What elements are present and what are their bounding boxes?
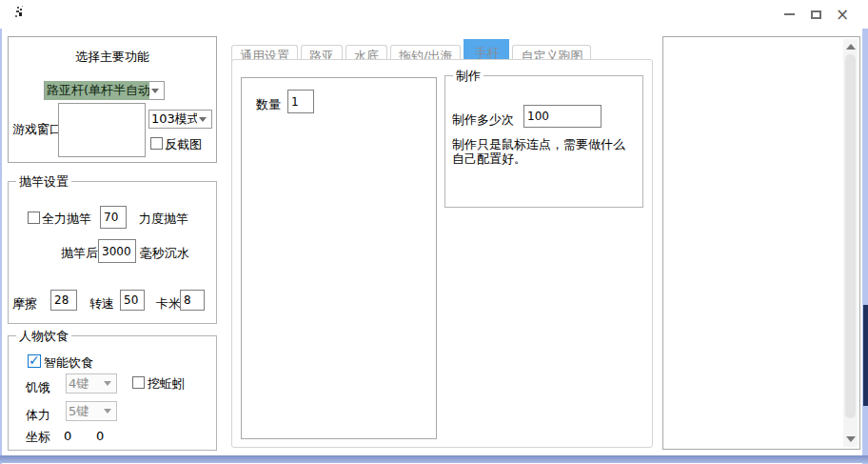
diet-group: 人物饮食 智能饮食 饥饿 4键 挖蚯蚓 体力 5键 坐标 0 0 [8,335,217,451]
mode-dropdown-value: 103模式 [149,110,197,129]
quantity-label: 数量 [256,96,281,113]
smart-diet-checkbox[interactable] [28,354,41,368]
scrollbar-thumb[interactable] [845,54,856,418]
log-scrollbar[interactable] [843,39,858,447]
full-power-cast-label: 全力抛竿 [42,211,91,228]
sink-milliseconds-input[interactable] [98,239,136,263]
stamina-key-dropdown[interactable]: 5键 [66,401,117,421]
kami-label: 卡米 [156,295,181,313]
cast-settings-title: 抛竿设置 [16,173,71,191]
rotation-speed-input[interactable] [120,290,145,311]
chevron-down-icon [104,381,111,386]
smart-diet-label: 智能饮食 [44,354,93,372]
dig-worm-checkbox[interactable] [132,376,145,389]
app-window: × 选择主要功能 路亚杆(单杆半自动 游戏窗口 103模式 反截图 抛竿设置 全… [0,0,868,464]
scrollbar-up-icon[interactable] [846,44,856,50]
coord-y-value: 0 [96,429,104,443]
minimize-button[interactable] [779,5,799,24]
function-panel-title: 选择主要功能 [9,49,216,66]
window-left-border [0,0,2,464]
craft-note-line1: 制作只是鼠标连点，需要做什么 [452,137,625,151]
rod-type-dropdown-value: 路亚杆(单杆半自动 [45,81,149,100]
quantity-box: 数量 [241,77,437,439]
chevron-down-icon [104,409,111,414]
quantity-input[interactable] [287,90,314,113]
after-cast-label: 抛竿后 [61,245,98,262]
cast-settings-group: 抛竿设置 全力抛竿 力度抛竿 抛竿后 毫秒沉水 摩擦 转速 卡米 [8,181,217,324]
chevron-down-icon [151,89,159,93]
craft-group-title: 制作 [453,68,483,85]
minimize-icon [784,13,795,15]
window-bottom-bar [0,455,868,463]
function-panel: 选择主要功能 路亚杆(单杆半自动 游戏窗口 103模式 反截图 [8,36,217,163]
anti-screenshot-checkbox[interactable] [150,137,163,150]
craft-group: 制作 制作多少次 制作只是鼠标连点，需要做什么 自己配置好。 [444,75,643,208]
hunger-label: 饥饿 [26,379,50,396]
craft-count-label: 制作多少次 [452,111,514,129]
game-window-preview-box[interactable] [58,103,146,157]
anti-screenshot-label: 反截图 [165,136,202,153]
stamina-label: 体力 [26,407,50,424]
hunger-key-value: 4键 [67,374,102,393]
scrollbar-down-icon[interactable] [846,436,856,442]
sink-milliseconds-label: 毫秒沉水 [140,245,189,262]
rotation-speed-label: 转速 [89,295,114,313]
kami-input[interactable] [180,290,205,311]
maximize-button[interactable] [805,5,826,24]
close-button[interactable]: × [832,5,853,24]
titlebar: × [0,0,868,29]
craft-count-input[interactable] [523,105,602,128]
coords-label: 坐标 [26,429,50,446]
hand-rod-tab-panel: 数量 制作 制作多少次 制作只是鼠标连点，需要做什么 自己配置好。 [231,59,653,448]
maximize-icon [811,10,821,19]
game-window-label: 游戏窗口 [12,121,62,138]
friction-input[interactable] [50,290,77,311]
craft-note-line2: 自己配置好。 [452,151,526,166]
friction-label: 摩擦 [12,295,37,313]
chevron-down-icon [199,117,207,122]
hunger-key-dropdown[interactable]: 4键 [66,373,117,393]
close-icon: × [836,7,849,23]
log-panel[interactable] [662,36,860,450]
coord-x-value: 0 [64,429,71,443]
dig-worm-label: 挖蚯蚓 [148,375,185,393]
rod-type-dropdown[interactable]: 路亚杆(单杆半自动 [44,81,165,100]
cast-power-label: 力度抛竿 [139,211,188,228]
app-icon [11,5,27,22]
right-edge-navy-strip [863,305,868,406]
cast-power-input[interactable] [100,206,127,229]
diet-group-title: 人物饮食 [16,328,71,345]
mode-dropdown[interactable]: 103模式 [148,110,212,129]
full-power-cast-checkbox[interactable] [28,212,40,224]
stamina-key-value: 5键 [67,402,102,421]
